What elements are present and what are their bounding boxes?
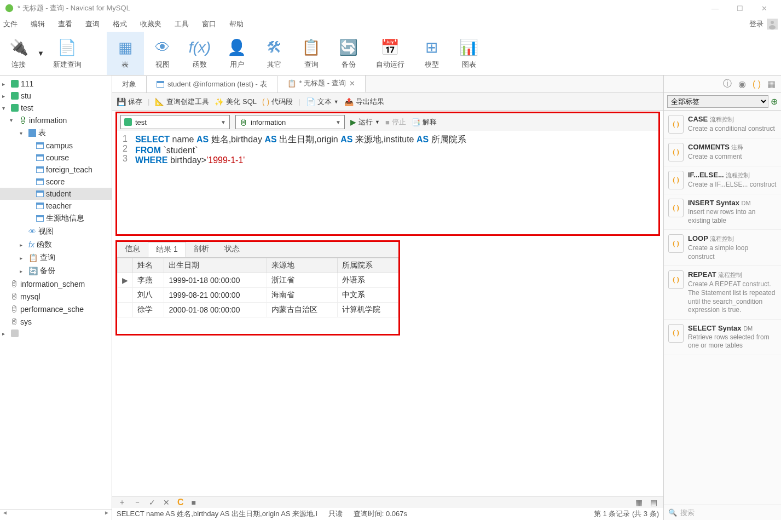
minimize-button[interactable]: —: [703, 0, 727, 16]
database-select[interactable]: 🛢information▼: [235, 115, 345, 129]
autorun-button[interactable]: 📅 自动运行: [367, 32, 413, 75]
tab-query[interactable]: 📋* 无标题 - 查询✕: [277, 76, 366, 92]
connection-select[interactable]: test▼: [120, 115, 230, 129]
menu-edit[interactable]: 编辑: [31, 19, 45, 29]
sidebar-table-teacher[interactable]: teacher: [0, 200, 112, 212]
stop-edit-button[interactable]: ■: [190, 498, 198, 507]
menu-window[interactable]: 窗口: [202, 19, 216, 29]
tab-student-table[interactable]: student @information (test) - 表: [147, 76, 277, 92]
snippet-item[interactable]: ()LOOP 流程控制Create a simple loop construc…: [664, 230, 781, 266]
backup-button[interactable]: 🔄 备份: [330, 32, 367, 75]
sidebar-table-course[interactable]: course: [0, 152, 112, 164]
sidebar-table-origin[interactable]: 生源地信息: [0, 212, 112, 225]
chevron-down-icon[interactable]: ▼: [37, 49, 44, 57]
sidebar-db-infoschema[interactable]: 🛢information_schem: [0, 277, 112, 290]
grid-icon[interactable]: ▦: [767, 79, 776, 89]
snippet-item[interactable]: ()CASE 流程控制Create a conditional construc…: [664, 111, 781, 138]
other-button[interactable]: 🛠 其它: [256, 32, 293, 75]
scroll-right-icon[interactable]: ►: [104, 510, 109, 520]
sidebar-db-mysql[interactable]: 🛢mysql: [0, 290, 112, 303]
apply-button[interactable]: ✓: [147, 498, 157, 507]
sidebar-db-perfschema[interactable]: 🛢performance_sche: [0, 303, 112, 315]
tab-analyze[interactable]: 剖析: [186, 242, 217, 257]
col-birth[interactable]: 出生日期: [164, 258, 267, 273]
sidebar-conn-stu[interactable]: ▸stu: [0, 90, 112, 102]
chart-button[interactable]: 📊 图表: [450, 32, 488, 75]
snippet-search[interactable]: 🔍 搜索: [664, 505, 781, 520]
menu-format[interactable]: 格式: [113, 19, 127, 29]
snippet-item[interactable]: ()INSERT Syntax DMInsert new rows into a…: [664, 194, 781, 230]
snippet-item[interactable]: ()IF...ELSE... 流程控制Create a IF...ELSE...…: [664, 166, 781, 194]
snippet-button[interactable]: ( )代码段: [262, 97, 293, 107]
new-query-button[interactable]: 📄 新建查询: [44, 32, 90, 75]
tab-info[interactable]: 信息: [117, 242, 148, 257]
menu-query[interactable]: 查询: [85, 19, 100, 29]
text-button[interactable]: 📄文本▼: [306, 97, 339, 107]
table-row[interactable]: 徐学2000-01-08 00:00:00内蒙古自治区计算机学院: [118, 303, 398, 317]
eye-icon[interactable]: ◉: [738, 79, 746, 89]
table-button[interactable]: ▦ 表: [107, 32, 144, 75]
table-row[interactable]: ▶李燕1999-01-18 00:00:00浙江省外语系: [118, 273, 398, 288]
save-button[interactable]: 💾保存: [117, 97, 142, 107]
grid-view-button[interactable]: ▦: [634, 498, 644, 507]
sidebar-backups[interactable]: ▸🔄备份: [0, 264, 112, 277]
col-origin[interactable]: 来源地: [267, 258, 338, 273]
table-row[interactable]: 刘八1999-08-21 00:00:00海南省中文系: [118, 288, 398, 303]
function-button[interactable]: f(x) 函数: [181, 32, 218, 75]
refresh-button[interactable]: C: [176, 498, 186, 507]
cancel-button[interactable]: ✕: [161, 498, 171, 507]
snippet-item[interactable]: ()REPEAT 流程控制Create A REPEAT construct. …: [664, 266, 781, 319]
col-name[interactable]: 姓名: [133, 258, 164, 273]
run-button[interactable]: ▶运行▼: [350, 117, 380, 127]
snippet-desc: Create a IF...ELSE... construct: [688, 181, 777, 189]
menu-tools[interactable]: 工具: [175, 19, 189, 29]
form-view-button[interactable]: ▤: [649, 498, 659, 507]
scroll-left-icon[interactable]: ◄: [2, 510, 8, 520]
beautify-button[interactable]: ✨美化 SQL: [215, 97, 257, 107]
sidebar-functions[interactable]: ▸fx函数: [0, 238, 112, 251]
tab-result1[interactable]: 结果 1: [148, 242, 186, 257]
sidebar-conn-extra[interactable]: ▸: [0, 328, 112, 339]
explain-button[interactable]: 📑解释: [412, 117, 437, 127]
user-button[interactable]: 👤 用户: [218, 32, 256, 75]
add-snippet-icon[interactable]: ⊕: [771, 96, 778, 107]
sidebar-queries[interactable]: ▸📋查询: [0, 251, 112, 264]
sidebar-conn-111[interactable]: ▸111: [0, 78, 112, 90]
sidebar-table-foreign-teach[interactable]: foreign_teach: [0, 164, 112, 176]
snippet-paren-icon[interactable]: ( ): [753, 79, 761, 89]
tab-objects[interactable]: 对象: [112, 76, 147, 92]
add-row-button[interactable]: ＋: [117, 498, 128, 507]
sidebar-db-information[interactable]: ▾🛢information: [0, 114, 112, 126]
menu-help[interactable]: 帮助: [229, 19, 244, 29]
query-button[interactable]: 📋 查询: [293, 32, 330, 75]
table-item-icon: [36, 166, 44, 173]
tag-filter-select[interactable]: 全部标签: [667, 95, 768, 108]
menu-favorites[interactable]: 收藏夹: [140, 19, 161, 29]
menu-file[interactable]: 文件: [3, 19, 18, 29]
snippet-item[interactable]: ()SELECT Syntax DMRetrieve rows selected…: [664, 320, 781, 355]
view-button[interactable]: 👁 视图: [144, 32, 181, 75]
sidebar-conn-test[interactable]: ▾test: [0, 102, 112, 114]
sidebar-table-campus[interactable]: campus: [0, 140, 112, 152]
sidebar-db-sys[interactable]: 🛢sys: [0, 315, 112, 328]
menu-view[interactable]: 查看: [58, 19, 72, 29]
close-window-button[interactable]: ✕: [752, 0, 777, 16]
login-button[interactable]: 登录: [749, 19, 778, 30]
close-tab-icon[interactable]: ✕: [349, 79, 355, 88]
maximize-button[interactable]: ☐: [727, 0, 752, 16]
info-icon[interactable]: ⓘ: [723, 78, 732, 90]
sidebar-folder-tables[interactable]: ▾表: [0, 126, 112, 140]
model-button[interactable]: ⊞ 模型: [413, 32, 450, 75]
sql-editor[interactable]: 123 SELECT name AS 姓名,birthday AS 出生日期,o…: [117, 131, 658, 169]
sidebar-table-score[interactable]: score: [0, 176, 112, 188]
connection-button[interactable]: 🔌 连接: [0, 34, 37, 73]
sidebar-views[interactable]: 👁视图: [0, 225, 112, 238]
connection-label: 连接: [11, 60, 26, 70]
query-builder-button[interactable]: 📐查询创建工具: [155, 97, 209, 107]
delete-row-button[interactable]: －: [132, 498, 143, 507]
export-button[interactable]: 📤导出结果: [344, 97, 384, 107]
tab-status[interactable]: 状态: [217, 242, 247, 257]
snippet-item[interactable]: ()COMMENTS 注释Create a comment: [664, 138, 781, 166]
col-inst[interactable]: 所属院系: [337, 258, 398, 273]
sidebar-table-student[interactable]: student: [0, 188, 112, 200]
